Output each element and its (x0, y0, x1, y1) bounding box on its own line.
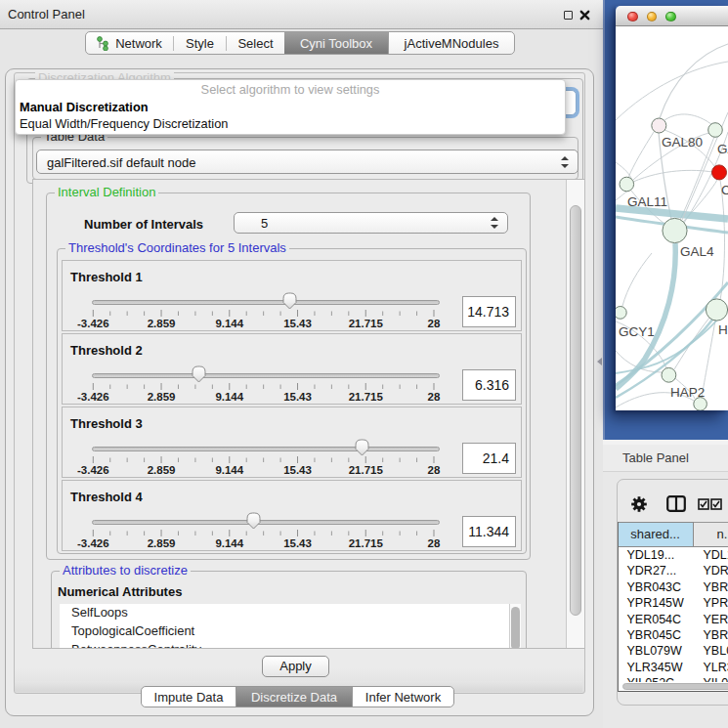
column-header-shared-name[interactable]: shared... (619, 522, 694, 547)
network-node[interactable] (652, 118, 666, 133)
table-horizontal-scrollbar-thumb[interactable] (622, 683, 728, 691)
cell-name: YLR345W (695, 660, 728, 675)
cell-name: YIL052C (695, 675, 728, 682)
table-row[interactable]: YBL079WYBL079W (619, 643, 728, 659)
thresholds-group-title: Threshold's Coordinates for 5 Intervals (65, 241, 289, 255)
zoom-traffic-light-icon[interactable] (665, 12, 676, 22)
table-horizontal-scrollbar[interactable] (618, 682, 728, 692)
control-panel-titlebar: Control Panel (0, 0, 603, 29)
column-header-name[interactable]: n... (694, 522, 728, 547)
slider-ticks (63, 383, 523, 391)
slider-scale-label: -3.426 (77, 464, 109, 476)
tab-cyni-toolbox[interactable]: Cyni Toolbox (284, 32, 388, 54)
network-node[interactable] (663, 218, 687, 242)
attributes-list-scrollbar-thumb[interactable] (511, 607, 520, 649)
cell-name: YER054C (695, 612, 728, 627)
checkbox-icon[interactable] (698, 498, 709, 510)
popup-item-equal-width[interactable]: Equal Width/Frequency Discretization (16, 115, 569, 133)
table-rows[interactable]: YDL19...YDL19YDR27...YDR27YBR043CYBR043C… (618, 547, 728, 682)
threshold-value-field[interactable]: 6.316 (462, 369, 516, 401)
tab-cyni-toolbox-label: Cyni Toolbox (300, 36, 372, 51)
splitter-collapse-icon[interactable] (597, 358, 602, 365)
table-row[interactable]: YPR145WYPR145W (619, 595, 728, 611)
node-table-browser: shared... n... YDL19...YDL19YDR27...YDR2… (617, 479, 728, 706)
split-columns-icon[interactable] (666, 495, 686, 512)
threshold-value-field[interactable]: 11.344 (462, 516, 516, 547)
numerical-attributes-list[interactable]: SelfLoopsTopologicalCoefficientBetweenne… (60, 604, 509, 649)
attribute-list-item[interactable]: TopologicalCoefficient (60, 622, 509, 641)
table-row[interactable]: YIL052CYIL052C (619, 675, 728, 682)
cell-shared-name: YIL052C (619, 675, 695, 682)
float-window-icon[interactable] (564, 11, 573, 20)
cell-shared-name: YER054C (619, 612, 695, 627)
threshold-slider-track[interactable] (92, 447, 440, 451)
network-window-titlebar[interactable] (616, 6, 728, 26)
control-panel-title: Control Panel (8, 0, 85, 28)
table-row[interactable]: YLR345WYLR345W (619, 660, 728, 675)
network-node-label: C (721, 183, 728, 197)
tab-discretize-data[interactable]: Discretize Data (236, 687, 353, 707)
table-data-combobox[interactable]: galFiltered.sif default node (36, 150, 578, 174)
network-node[interactable] (616, 307, 626, 320)
slider-scale-label: 28 (428, 537, 441, 549)
table-row[interactable]: YDL19...YDL19 (619, 547, 728, 563)
threshold-label: Threshold 4 (70, 490, 143, 504)
network-edge (616, 208, 728, 219)
network-node[interactable] (712, 165, 727, 180)
network-node[interactable] (620, 177, 634, 192)
threshold-value-field[interactable]: 14.713 (462, 296, 516, 327)
network-node[interactable] (708, 123, 723, 138)
threshold-slider-track[interactable] (92, 520, 440, 525)
threshold-slider-track[interactable] (92, 300, 440, 305)
tab-jactivemnodules[interactable]: jActiveMNodules (388, 32, 514, 54)
tab-network[interactable]: Network (86, 32, 173, 54)
tab-style[interactable]: Style (174, 32, 226, 54)
threshold-value-field[interactable]: 21.4 (462, 443, 516, 474)
form-vertical-scrollbar-thumb[interactable] (570, 205, 581, 616)
tab-select[interactable]: Select (227, 32, 284, 54)
tab-infer-network[interactable]: Infer Network (353, 687, 453, 707)
network-edge (628, 132, 654, 178)
network-node-label: GAL11 (627, 194, 667, 209)
tab-impute-data[interactable]: Impute Data (142, 687, 236, 707)
threshold-slider-thumb[interactable] (246, 512, 261, 530)
threshold-panel: Threshold 2-3.4262.8599.14415.4321.71528… (62, 333, 522, 405)
attribute-list-item[interactable]: SelfLoops (60, 604, 509, 622)
tab-infer-network-label: Infer Network (365, 690, 441, 705)
close-traffic-light-icon[interactable] (627, 12, 638, 22)
table-row[interactable]: YBR043CYBR043C (619, 579, 728, 595)
threshold-slider-thumb[interactable] (192, 365, 206, 383)
number-of-intervals-value: 5 (261, 213, 268, 235)
network-node-label: GAL80 (662, 135, 703, 150)
slider-scale-label: -3.426 (77, 391, 109, 403)
form-vertical-scrollbar[interactable] (566, 180, 584, 648)
control-panel-tabs: Network Style Select Cyni Toolbox jActiv… (85, 31, 515, 55)
number-of-intervals-combobox[interactable]: 5 (234, 212, 508, 234)
slider-scale-label: 15.43 (283, 391, 312, 403)
table-panel-region: Table Panel (603, 440, 728, 728)
table-row[interactable]: YBR045CYBR045C (619, 627, 728, 643)
apply-button[interactable]: Apply (262, 656, 329, 677)
table-row[interactable]: YDR27...YDR27 (619, 563, 728, 578)
threshold-panel: Threshold 3-3.4262.8599.14415.4321.71528… (62, 407, 522, 478)
numerical-attributes-label: Numerical Attributes (58, 584, 182, 599)
threshold-slider-thumb[interactable] (282, 292, 297, 310)
network-view-window[interactable]: GAL80GACGAL11GAL4GCY1HHAP2 (616, 6, 728, 410)
threshold-slider-track[interactable] (92, 373, 440, 378)
attribute-list-item[interactable]: BetweennessCentrality (60, 641, 509, 649)
cell-shared-name: YBL079W (619, 643, 695, 659)
slider-scale-label: 9.144 (215, 537, 243, 549)
popup-hint-item[interactable]: Select algorithm to view settings (16, 81, 565, 99)
network-node[interactable] (662, 367, 676, 382)
network-canvas[interactable]: GAL80GACGAL11GAL4GCY1HHAP2 (616, 26, 728, 410)
gear-icon[interactable] (630, 495, 648, 513)
popup-item-manual-discretization[interactable]: Manual Discretization (16, 99, 569, 116)
network-node[interactable] (706, 299, 727, 321)
network-edge (622, 253, 652, 306)
checkbox-icon[interactable] (710, 498, 722, 510)
table-row[interactable]: YER054CYER054C (619, 612, 728, 627)
minimize-traffic-light-icon[interactable] (647, 12, 658, 22)
close-icon[interactable] (579, 10, 590, 21)
threshold-slider-thumb[interactable] (355, 439, 369, 456)
slider-scale-label: 21.715 (349, 537, 383, 549)
